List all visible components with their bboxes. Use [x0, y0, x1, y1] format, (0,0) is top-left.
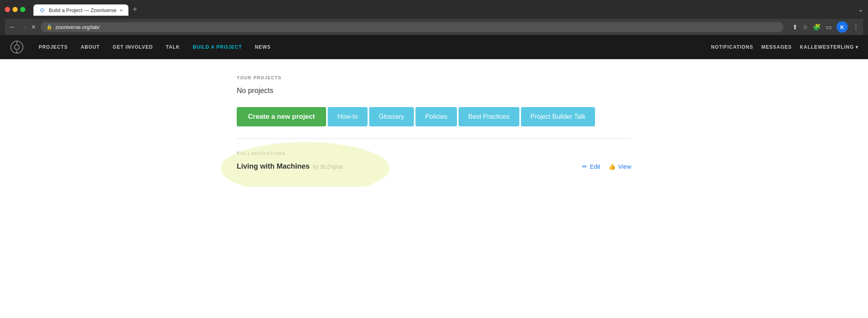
nav-links: PROJECTS ABOUT GET INVOLVED TALK BUILD A…: [32, 35, 711, 59]
lock-icon: 🔒: [46, 24, 52, 30]
address-bar-row: ← → × 🔒 zooniverse.org/lab/ ⬆ ☆ 🧩 ▭ K ⋮: [5, 19, 863, 35]
glossary-button[interactable]: Glossary: [369, 107, 414, 126]
traffic-light-yellow[interactable]: [12, 7, 18, 12]
nav-news[interactable]: NEWS: [248, 35, 277, 59]
profile-button[interactable]: K: [837, 21, 848, 33]
collaborations-section: COLLABORATIONS Living with Machines by B…: [237, 151, 631, 171]
nav-notifications[interactable]: NOTIFICATIONS: [711, 44, 753, 50]
browser-titlebar: ⊙ Build a Project — Zooniverse × + ⌄: [5, 3, 863, 19]
nav-build-a-project[interactable]: BUILD A PROJECT: [186, 35, 248, 59]
back-button[interactable]: ←: [9, 23, 16, 31]
traffic-lights: [5, 7, 25, 12]
collaborations-label: COLLABORATIONS: [237, 151, 631, 156]
no-projects-text: No projects: [237, 87, 631, 95]
share-icon[interactable]: ⬆: [792, 23, 798, 31]
window-expand-icon[interactable]: ⌄: [858, 6, 863, 13]
main-navbar: PROJECTS ABOUT GET INVOLVED TALK BUILD A…: [0, 35, 868, 59]
create-new-project-button[interactable]: Create a new project: [237, 107, 326, 126]
collab-item: Living with Machines by BLDigital ✏ Edit…: [237, 162, 631, 171]
nav-username: KALLEWESTERLING: [800, 44, 854, 50]
view-label: View: [618, 163, 631, 170]
nav-talk[interactable]: TALK: [159, 35, 186, 59]
browser-actions: ⬆ ☆ 🧩 ▭ K ⋮: [792, 21, 859, 33]
close-reload-button[interactable]: ×: [31, 23, 36, 31]
edit-label: Edit: [590, 163, 600, 170]
project-builder-talk-button[interactable]: Project Builder Talk: [521, 107, 595, 126]
traffic-light-green[interactable]: [20, 7, 25, 12]
nav-projects[interactable]: PROJECTS: [32, 35, 74, 59]
traffic-light-red[interactable]: [5, 7, 10, 12]
tab-favicon: ⊙: [39, 7, 45, 13]
browser-nav-buttons: ← → ×: [9, 23, 36, 31]
collab-edit-button[interactable]: ✏ Edit: [582, 163, 600, 170]
nav-about[interactable]: ABOUT: [74, 35, 106, 59]
your-projects-label: YOUR PROJECTS: [237, 75, 631, 80]
sidebar-icon[interactable]: ▭: [826, 23, 832, 31]
how-to-button[interactable]: How-to: [328, 107, 368, 126]
tab-close-button[interactable]: ×: [120, 7, 123, 13]
svg-point-1: [14, 45, 19, 50]
nav-user-menu[interactable]: KALLEWESTERLING ▾: [800, 44, 858, 50]
nav-user-chevron: ▾: [856, 44, 858, 50]
new-tab-button[interactable]: +: [129, 3, 141, 16]
address-bar[interactable]: 🔒 zooniverse.org/lab/: [41, 22, 783, 32]
nav-messages[interactable]: MESSAGES: [761, 44, 792, 50]
bookmark-icon[interactable]: ☆: [802, 23, 808, 31]
collab-actions: ✏ Edit 👍 View: [582, 163, 631, 170]
collab-item-left: Living with Machines by BLDigital: [237, 162, 343, 171]
forward-button[interactable]: →: [20, 23, 27, 31]
policies-button[interactable]: Policies: [415, 107, 457, 126]
view-icon: 👍: [608, 163, 616, 170]
active-tab[interactable]: ⊙ Build a Project — Zooniverse ×: [33, 4, 128, 16]
edit-icon: ✏: [582, 163, 587, 170]
extension-icon[interactable]: 🧩: [813, 23, 821, 31]
collab-by: by BLDigital: [313, 163, 343, 170]
menu-icon[interactable]: ⋮: [853, 23, 859, 31]
collab-view-button[interactable]: 👍 View: [608, 163, 631, 170]
collab-title: Living with Machines: [237, 162, 310, 171]
page-content: YOUR PROJECTS No projects Create a new p…: [213, 59, 655, 187]
zooniverse-logo-icon: [10, 41, 23, 54]
section-divider: [237, 138, 631, 139]
tab-bar: ⊙ Build a Project — Zooniverse × +: [33, 3, 141, 16]
nav-logo[interactable]: [10, 40, 24, 54]
url-text: zooniverse.org/lab/: [56, 24, 100, 30]
browser-chrome: ⊙ Build a Project — Zooniverse × + ⌄ ← →…: [0, 0, 868, 35]
nav-right-section: NOTIFICATIONS MESSAGES KALLEWESTERLING ▾: [711, 44, 858, 50]
nav-get-involved[interactable]: GET INVOLVED: [106, 35, 159, 59]
action-buttons: Create a new project How-to Glossary Pol…: [237, 107, 631, 126]
best-practices-button[interactable]: Best Practices: [459, 107, 519, 126]
tab-title: Build a Project — Zooniverse: [49, 7, 116, 13]
